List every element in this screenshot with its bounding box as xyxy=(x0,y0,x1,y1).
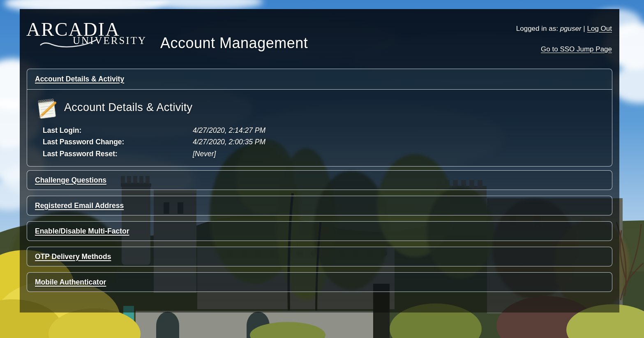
section-heading: Account Details & Activity xyxy=(64,101,192,114)
panel-account-details-activity: Account Details & Activity xyxy=(27,69,612,167)
log-out-link[interactable]: Log Out xyxy=(587,25,612,32)
page-title: Account Management xyxy=(160,35,308,52)
detail-label: Last Password Reset: xyxy=(43,150,193,158)
detail-value: [Never] xyxy=(193,150,216,158)
accordion-bar-otp-delivery-methods[interactable]: OTP Delivery Methods xyxy=(27,247,612,266)
accordion-link-challenge-questions[interactable]: Challenge Questions xyxy=(35,176,106,185)
notepad-pencil-icon xyxy=(36,95,58,119)
account-details-body: Account Details & Activity Last Login: 4… xyxy=(27,90,612,160)
sso-jump-page-link[interactable]: Go to SSO Jump Page xyxy=(541,45,612,53)
detail-value: 4/27/2020, 2:14:27 PM xyxy=(193,126,265,135)
logged-in-label: Logged in as: xyxy=(516,25,558,32)
accordion-panels: Account Details & Activity xyxy=(27,69,612,292)
accordion-link-account-details-activity[interactable]: Account Details & Activity xyxy=(35,75,124,83)
accordion-bar-mobile-authenticator[interactable]: Mobile Authenticator xyxy=(27,272,612,292)
accordion-link-otp-delivery-methods[interactable]: OTP Delivery Methods xyxy=(35,252,111,261)
app-header: ARCADIA UNIVERSITY Account Management Lo… xyxy=(20,9,619,69)
username: pguser xyxy=(560,25,582,32)
logo-swash-flourish xyxy=(39,39,101,49)
main-container: ARCADIA UNIVERSITY Account Management Lo… xyxy=(20,9,619,313)
accordion-bar-enable-disable-multi-factor[interactable]: Enable/Disable Multi-Factor xyxy=(27,221,612,241)
detail-label: Last Login: xyxy=(43,126,193,135)
header-links: Logged in as: pguser | Log Out Go to SSO… xyxy=(516,25,612,53)
accordion-bar-challenge-questions[interactable]: Challenge Questions xyxy=(27,170,612,190)
detail-row: Last Password Change: 4/27/2020, 2:00:35… xyxy=(43,137,612,148)
arcadia-university-logo: ARCADIA UNIVERSITY xyxy=(26,20,147,46)
detail-row: Last Password Reset: [Never] xyxy=(43,148,612,160)
detail-value: 4/27/2020, 2:00:35 PM xyxy=(193,138,265,146)
detail-label: Last Password Change: xyxy=(43,138,193,146)
accordion-bar-account-details-activity[interactable]: Account Details & Activity xyxy=(27,69,612,90)
logged-in-status: Logged in as: pguser | Log Out xyxy=(516,25,612,33)
detail-row: Last Login: 4/27/2020, 2:14:27 PM xyxy=(43,125,612,137)
accordion-link-enable-disable-multi-factor[interactable]: Enable/Disable Multi-Factor xyxy=(35,227,129,236)
accordion-bar-registered-email-address[interactable]: Registered Email Address xyxy=(27,196,612,215)
accordion-link-mobile-authenticator[interactable]: Mobile Authenticator xyxy=(35,278,106,287)
accordion-link-registered-email-address[interactable]: Registered Email Address xyxy=(35,201,124,210)
separator: | xyxy=(583,25,585,32)
account-details-list: Last Login: 4/27/2020, 2:14:27 PM Last P… xyxy=(36,125,612,160)
